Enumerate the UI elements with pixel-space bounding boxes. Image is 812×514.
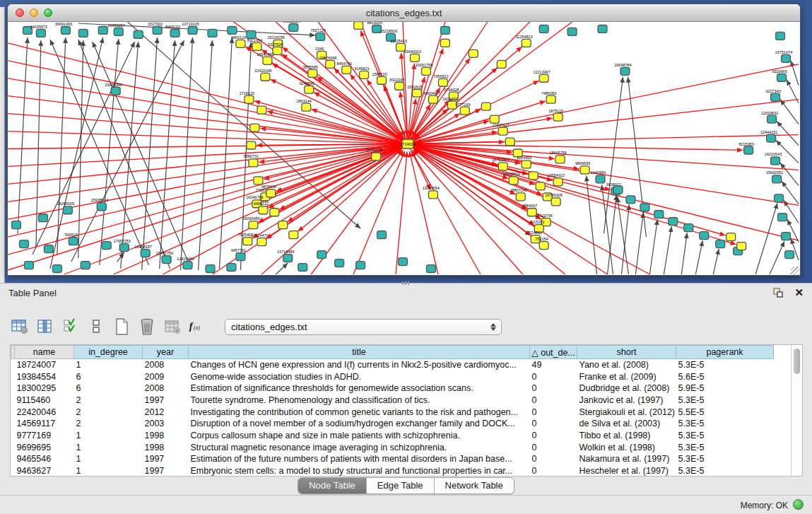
table-row[interactable]: 911546021997Tourette syndrome. Phenomeno… [11, 395, 792, 407]
column-header-in_degree[interactable]: in_degree [74, 346, 143, 359]
tab-edge-table[interactable]: Edge Table [366, 478, 434, 493]
cell-title[interactable]: Estimation of the future numbers of pati… [189, 453, 530, 465]
scrollbar-thumb[interactable] [794, 349, 800, 374]
tab-node-table[interactable]: Node Table [298, 478, 366, 493]
cell-name[interactable]: 19384554 [15, 370, 74, 382]
cell-title[interactable]: Structural magnetic resonance image aver… [189, 441, 530, 453]
cell-short[interactable]: Nakamura et al. (1997) [577, 453, 676, 465]
cell-year[interactable]: 2009 [143, 370, 189, 382]
cell-title[interactable]: Investigating the contribution of common… [189, 406, 530, 418]
show-columns-icon[interactable] [35, 317, 54, 336]
cell-pagerank[interactable]: 5.6E-5 [676, 370, 774, 382]
cell-title[interactable]: Estimation of significance thresholds fo… [189, 382, 530, 395]
cell-short[interactable]: Dudbridge et al. (2008) [577, 382, 676, 395]
cell-out_degree[interactable]: 49 [530, 359, 577, 371]
column-header-title[interactable]: title [189, 346, 530, 359]
table-row[interactable]: 1830029562008Estimation of significance … [11, 382, 792, 395]
cell-year[interactable]: 1997 [143, 453, 189, 465]
cell-pagerank[interactable]: 5.3E-5 [676, 441, 774, 453]
table-row[interactable]: 1456911722003Disruption of a novel membe… [11, 418, 792, 430]
column-header-out_degree[interactable]: △ out_de... [530, 346, 577, 359]
cell-pagerank[interactable]: 5.3E-5 [676, 359, 774, 371]
table-settings-icon[interactable] [10, 317, 29, 336]
cell-name[interactable]: 9777169 [15, 430, 74, 442]
cell-in_degree[interactable]: 2 [74, 406, 143, 418]
cell-title[interactable]: Genome-wide association studies in ADHD. [189, 370, 530, 382]
column-header-pagerank[interactable]: pagerank [676, 346, 774, 359]
cell-out_degree[interactable]: 0 [530, 406, 577, 418]
delete-table-icon[interactable] [163, 317, 182, 336]
cell-name[interactable]: 9699695 [15, 441, 74, 453]
function-builder-icon[interactable]: f (x) [188, 317, 207, 336]
table-row[interactable]: 969969511998Structural magnetic resonanc… [11, 441, 792, 453]
column-header-name[interactable]: name [15, 346, 74, 359]
cell-short[interactable]: Yano et al. (2008) [577, 359, 676, 371]
zoom-window-button[interactable] [44, 8, 52, 17]
cell-year[interactable]: 1998 [143, 430, 189, 442]
cell-name[interactable]: 9115460 [15, 395, 74, 407]
minimize-window-button[interactable] [30, 8, 38, 17]
cell-pagerank[interactable]: 5.3E-5 [676, 453, 774, 465]
cell-in_degree[interactable]: 1 [74, 441, 143, 453]
table-row[interactable]: 946362711997Embryonic stem cells: a mode… [11, 465, 792, 477]
float-panel-icon[interactable] [772, 286, 784, 299]
select-rows-icon[interactable] [61, 317, 80, 336]
cell-title[interactable]: Corpus callosum shape and size in male p… [189, 430, 530, 442]
cell-in_degree[interactable]: 2 [74, 395, 143, 407]
cell-name[interactable]: 9465546 [15, 453, 74, 465]
close-panel-icon[interactable]: ✕ [794, 286, 804, 299]
cell-out_degree[interactable]: 0 [530, 453, 577, 465]
cell-name[interactable]: 18724007 [15, 359, 74, 371]
cell-out_degree[interactable]: 0 [530, 430, 577, 442]
network-canvas[interactable]: 2403557230691406106532571527602846616210… [8, 22, 800, 276]
node-table-grid[interactable]: namein_degreeyeartitle△ out_de...shortpa… [11, 345, 791, 477]
table-row[interactable]: 977716911998Corpus callosum shape and si… [11, 430, 792, 442]
column-header-year[interactable]: year [143, 346, 189, 359]
cell-in_degree[interactable]: 2 [74, 418, 143, 430]
table-row[interactable]: 1872400712008Changes of HCN gene express… [11, 359, 792, 371]
cell-out_degree[interactable]: 0 [530, 395, 577, 407]
cell-name[interactable]: 22420046 [15, 406, 74, 418]
table-row[interactable]: 1938455462009Genome-wide association stu… [11, 370, 792, 382]
cell-pagerank[interactable]: 5.3E-5 [676, 430, 774, 442]
network-canvas-area[interactable]: 2403557230691406106532571527602846616210… [8, 22, 800, 276]
table-row[interactable]: 946554611997Estimation of the future num… [11, 453, 792, 465]
cell-in_degree[interactable]: 1 [74, 359, 143, 371]
cell-in_degree[interactable]: 6 [74, 382, 143, 395]
cell-short[interactable]: Franke et al. (2009) [577, 370, 676, 382]
cell-in_degree[interactable]: 1 [74, 465, 143, 477]
cell-in_degree[interactable]: 6 [74, 370, 143, 382]
cell-pagerank[interactable]: 5.3E-5 [676, 465, 774, 477]
cell-short[interactable]: de Silva et al. (2003) [577, 418, 676, 430]
cell-short[interactable]: Stergiakouli et al. (2012) [577, 406, 676, 418]
cell-short[interactable]: Wolkin et al. (1998) [577, 441, 676, 453]
close-window-button[interactable] [16, 8, 24, 17]
tab-network-table[interactable]: Network Table [434, 478, 514, 493]
window-resize-grip[interactable] [791, 267, 799, 275]
cell-pagerank[interactable]: 5.3E-5 [676, 395, 774, 407]
cell-title[interactable]: Changes of HCN gene expression and I(f) … [189, 359, 530, 371]
cell-pagerank[interactable]: 5.5E-5 [676, 406, 774, 418]
cell-short[interactable]: Tibbo et al. (1998) [577, 430, 676, 442]
row-height-icon[interactable] [86, 317, 105, 336]
cell-out_degree[interactable]: 0 [530, 382, 577, 395]
cell-year[interactable]: 2003 [143, 418, 189, 430]
cell-name[interactable]: 18300295 [15, 382, 74, 395]
cell-title[interactable]: Embryonic stem cells: a model to study s… [189, 465, 530, 477]
create-table-icon[interactable] [112, 317, 131, 336]
cell-pagerank[interactable]: 5.9E-5 [676, 382, 774, 395]
cell-year[interactable]: 2012 [143, 406, 189, 418]
cell-year[interactable]: 2008 [143, 359, 189, 371]
cell-out_degree[interactable]: 0 [530, 465, 577, 477]
cell-in_degree[interactable]: 1 [74, 430, 143, 442]
cell-out_degree[interactable]: 0 [530, 441, 577, 453]
network-view-window[interactable]: citations_edges.txt 24035572306914061065… [7, 4, 801, 276]
cell-name[interactable]: 14569117 [15, 418, 74, 430]
cell-short[interactable]: Hescheler et al. (1997) [577, 465, 676, 477]
cell-year[interactable]: 1998 [143, 441, 189, 453]
cell-out_degree[interactable]: 0 [530, 418, 577, 430]
cell-short[interactable]: Jankovic et al. (1997) [577, 395, 676, 407]
table-selector-dropdown[interactable]: citations_edges.txt [225, 319, 502, 335]
cell-year[interactable]: 2008 [143, 382, 189, 395]
cell-out_degree[interactable]: 0 [530, 370, 577, 382]
